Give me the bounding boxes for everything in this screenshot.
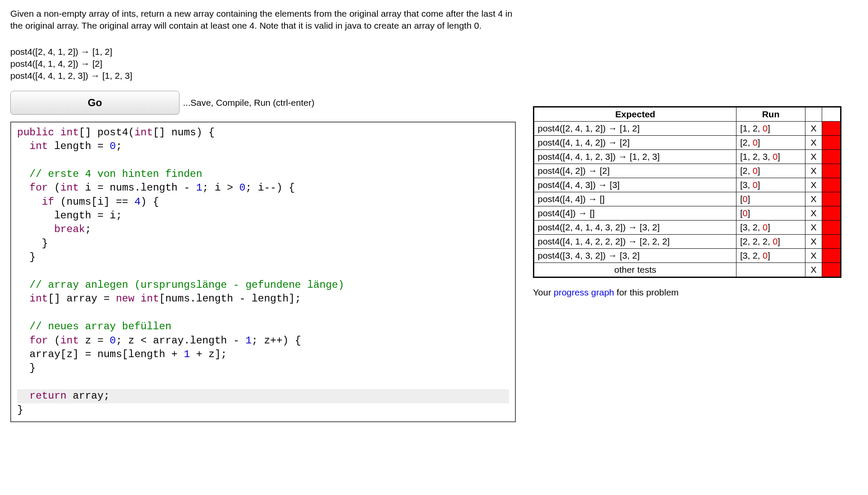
run-cell: [0] xyxy=(736,192,805,206)
other-tests-label: other tests xyxy=(534,263,736,277)
example-line: post4([4, 1, 4, 2]) → [2] xyxy=(10,58,516,70)
code-editor[interactable]: public int[] post4(int[] nums) { int len… xyxy=(10,122,516,422)
progress-line: Your progress graph for this problem xyxy=(533,287,858,298)
result-row: post4([4, 1, 4, 2]) → [2][2, 0]X xyxy=(534,136,841,150)
col-mark xyxy=(805,107,822,122)
status-bar xyxy=(822,263,841,277)
mark-cell: X xyxy=(805,235,822,249)
run-cell: [3, 0] xyxy=(736,178,805,192)
status-bar xyxy=(822,178,841,192)
expected-cell: post4([2, 4, 1, 4, 3, 2]) → [3, 2] xyxy=(534,221,736,235)
status-bar xyxy=(822,235,841,249)
go-button[interactable]: Go xyxy=(10,91,180,115)
run-cell: [2, 0] xyxy=(736,164,805,178)
problem-examples: post4([2, 4, 1, 2]) → [1, 2]post4([4, 1,… xyxy=(10,46,516,82)
mark-cell: X xyxy=(805,178,822,192)
status-bar xyxy=(822,122,841,136)
mark-cell: X xyxy=(805,221,822,235)
run-cell: [0] xyxy=(736,206,805,221)
example-line: post4([2, 4, 1, 2]) → [1, 2] xyxy=(10,46,516,58)
problem-description: Given a non-empty array of ints, return … xyxy=(10,8,516,32)
expected-cell: post4([4, 1, 4, 2]) → [2] xyxy=(534,136,736,150)
result-row-other: other testsX xyxy=(534,263,841,277)
run-cell xyxy=(736,263,805,277)
result-row: post4([2, 4, 1, 4, 3, 2]) → [3, 2][3, 2,… xyxy=(534,221,841,235)
mark-cell: X xyxy=(805,122,822,136)
mark-cell: X xyxy=(805,263,822,277)
expected-cell: post4([4]) → [] xyxy=(534,206,736,221)
expected-cell: post4([4, 1, 4, 2, 2, 2]) → [2, 2, 2] xyxy=(534,235,736,249)
col-bar xyxy=(822,107,841,122)
mark-cell: X xyxy=(805,150,822,164)
result-row: post4([4]) → [][0]X xyxy=(534,206,841,221)
mark-cell: X xyxy=(805,136,822,150)
expected-cell: post4([4, 2]) → [2] xyxy=(534,164,736,178)
result-row: post4([4, 1, 4, 2, 2, 2]) → [2, 2, 2][2,… xyxy=(534,235,841,249)
run-cell: [2, 0] xyxy=(736,136,805,150)
expected-cell: post4([3, 4, 3, 2]) → [3, 2] xyxy=(534,249,736,263)
status-bar xyxy=(822,164,841,178)
run-cell: [3, 2, 0] xyxy=(736,249,805,263)
status-bar xyxy=(822,206,841,221)
run-cell: [3, 2, 0] xyxy=(736,221,805,235)
status-bar xyxy=(822,192,841,206)
mark-cell: X xyxy=(805,164,822,178)
mark-cell: X xyxy=(805,249,822,263)
result-row: post4([4, 2]) → [2][2, 0]X xyxy=(534,164,841,178)
mark-cell: X xyxy=(805,192,822,206)
run-cell: [1, 2, 3, 0] xyxy=(736,150,805,164)
col-expected: Expected xyxy=(534,107,736,122)
result-row: post4([3, 4, 3, 2]) → [3, 2][3, 2, 0]X xyxy=(534,249,841,263)
expected-cell: post4([4, 4, 3]) → [3] xyxy=(534,178,736,192)
result-row: post4([4, 4, 3]) → [3][3, 0]X xyxy=(534,178,841,192)
expected-cell: post4([4, 4]) → [] xyxy=(534,192,736,206)
example-line: post4([4, 4, 1, 2, 3]) → [1, 2, 3] xyxy=(10,70,516,82)
mark-cell: X xyxy=(805,206,822,221)
result-row: post4([4, 4, 1, 2, 3]) → [1, 2, 3][1, 2,… xyxy=(534,150,841,164)
run-cell: [2, 2, 2, 0] xyxy=(736,235,805,249)
status-bar xyxy=(822,136,841,150)
status-bar xyxy=(822,249,841,263)
result-row: post4([2, 4, 1, 2]) → [1, 2][1, 2, 0]X xyxy=(534,122,841,136)
progress-graph-link[interactable]: progress graph xyxy=(554,287,614,297)
col-run: Run xyxy=(736,107,805,122)
status-bar xyxy=(822,221,841,235)
expected-cell: post4([4, 4, 1, 2, 3]) → [1, 2, 3] xyxy=(534,150,736,164)
go-hint: ...Save, Compile, Run (ctrl-enter) xyxy=(183,98,314,108)
result-row: post4([4, 4]) → [][0]X xyxy=(534,192,841,206)
status-bar xyxy=(822,150,841,164)
run-cell: [1, 2, 0] xyxy=(736,122,805,136)
expected-cell: post4([2, 4, 1, 2]) → [1, 2] xyxy=(534,122,736,136)
results-table: Expected Run post4([2, 4, 1, 2]) → [1, 2… xyxy=(533,106,841,278)
